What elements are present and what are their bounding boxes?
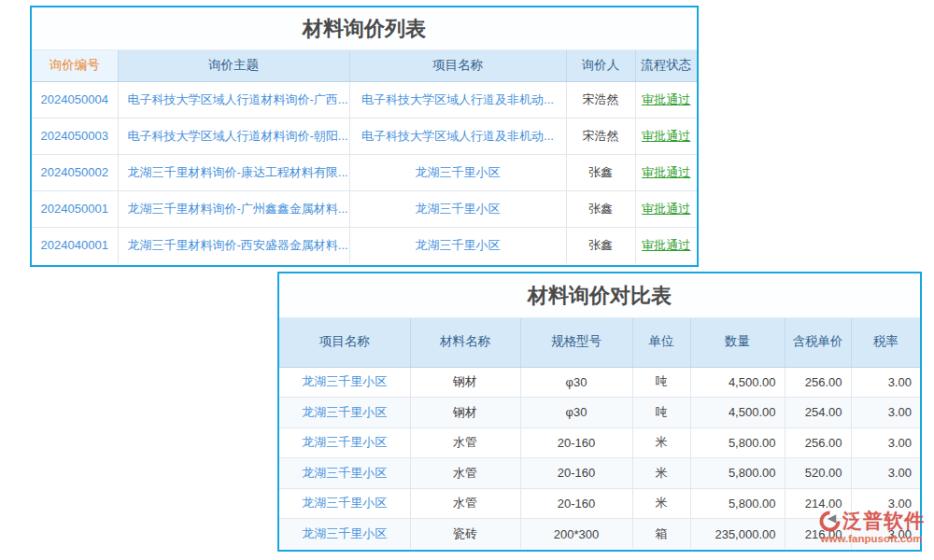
project-name-link[interactable]: 龙湖三千里小区 bbox=[302, 435, 387, 449]
column-header-inquiry-no: 询价编号 bbox=[32, 50, 118, 81]
project-name-link-cell[interactable]: 龙湖三千里小区 bbox=[279, 398, 410, 428]
material-inquiry-comparison-panel: 材料询价对比表 项目名称材料名称规格型号单位数量含税单价税率 龙湖三千里小区钢材… bbox=[277, 272, 922, 552]
table-row: 龙湖三千里小区瓷砖200*300箱235,000.00216.003.00 bbox=[279, 519, 920, 550]
project-name-link[interactable]: 龙湖三千里小区 bbox=[302, 496, 387, 510]
spec-model-cell: 20-160 bbox=[520, 458, 632, 489]
spec-model: φ30 bbox=[566, 375, 587, 389]
process-status-link-cell[interactable]: 审批通过 bbox=[635, 190, 697, 227]
tax-rate-cell: 3.00 bbox=[851, 519, 920, 550]
process-status-link[interactable]: 审批通过 bbox=[642, 238, 690, 252]
spec-model-cell: 200*300 bbox=[520, 519, 632, 550]
project-name-link-cell[interactable]: 龙湖三千里小区 bbox=[349, 190, 566, 227]
inquiry-subject-link[interactable]: 电子科技大学区域人行道材料询价-广西... bbox=[128, 92, 348, 106]
inquirer-name-cell: 张鑫 bbox=[566, 227, 635, 263]
inquiry-subject-link[interactable]: 龙湖三千里材料询价-康达工程材料有限... bbox=[128, 165, 348, 179]
tax-rate: 3.00 bbox=[888, 436, 912, 450]
inquiry-no-link[interactable]: 2024050001 bbox=[41, 202, 108, 216]
column-header-spec-model: 规格型号 bbox=[520, 318, 632, 367]
column-header-project-name: 项目名称 bbox=[279, 318, 410, 367]
tax-incl-price-cell: 256.00 bbox=[785, 367, 851, 398]
project-name-link[interactable]: 龙湖三千里小区 bbox=[302, 526, 387, 540]
column-header-tax-incl-price: 含税单价 bbox=[785, 318, 851, 367]
unit-cell: 米 bbox=[632, 488, 690, 519]
tax-rate-cell: 3.00 bbox=[851, 427, 920, 458]
material-name-cell: 水管 bbox=[410, 458, 520, 489]
material-name-cell: 瓷砖 bbox=[410, 519, 520, 550]
inquiry-no-link-cell[interactable]: 2024040001 bbox=[32, 227, 118, 263]
inquiry-subject-link-cell[interactable]: 电子科技大学区域人行道材料询价-广西... bbox=[118, 81, 349, 118]
project-name-link-cell[interactable]: 龙湖三千里小区 bbox=[349, 227, 566, 263]
project-name-link[interactable]: 龙湖三千里小区 bbox=[302, 374, 387, 388]
process-status-link-cell[interactable]: 审批通过 bbox=[635, 227, 697, 263]
project-name-link-cell[interactable]: 龙湖三千里小区 bbox=[279, 427, 410, 458]
inquiry-no-link-cell[interactable]: 2024050004 bbox=[32, 81, 118, 118]
quantity: 4,500.00 bbox=[729, 405, 776, 419]
inquiry-no-link-cell[interactable]: 2024050003 bbox=[32, 118, 118, 154]
inquirer-name: 张鑫 bbox=[588, 165, 613, 179]
project-name-link-cell[interactable]: 龙湖三千里小区 bbox=[279, 458, 410, 489]
inquiry-no-link-cell[interactable]: 2024050002 bbox=[32, 154, 118, 190]
column-header-quantity: 数量 bbox=[690, 318, 785, 367]
inquiry-subject-link-cell[interactable]: 龙湖三千里材料询价-康达工程材料有限... bbox=[118, 154, 349, 190]
column-header-unit: 单位 bbox=[632, 318, 690, 367]
project-name-link[interactable]: 电子科技大学区域人行道及非机动... bbox=[361, 129, 554, 143]
table-row: 2024050002龙湖三千里材料询价-康达工程材料有限...龙湖三千里小区张鑫… bbox=[32, 154, 697, 190]
inquiry-subject-link-cell[interactable]: 龙湖三千里材料询价-广州鑫鑫金属材料... bbox=[118, 190, 349, 227]
inquiry-subject-link-cell[interactable]: 龙湖三千里材料询价-西安盛器金属材料... bbox=[118, 227, 349, 263]
project-name-link-cell[interactable]: 龙湖三千里小区 bbox=[279, 488, 410, 519]
project-name-link[interactable]: 龙湖三千里小区 bbox=[416, 202, 501, 216]
project-name-link-cell[interactable]: 龙湖三千里小区 bbox=[279, 367, 410, 398]
quantity: 5,800.00 bbox=[729, 466, 776, 480]
tax-incl-price: 256.00 bbox=[805, 436, 842, 450]
unit-cell: 米 bbox=[632, 427, 690, 458]
project-name-link-cell[interactable]: 电子科技大学区域人行道及非机动... bbox=[349, 118, 566, 154]
project-name-link[interactable]: 电子科技大学区域人行道及非机动... bbox=[361, 92, 554, 106]
project-name-link[interactable]: 龙湖三千里小区 bbox=[302, 405, 387, 419]
project-name-link-cell[interactable]: 龙湖三千里小区 bbox=[279, 519, 410, 550]
process-status-link-cell[interactable]: 审批通过 bbox=[635, 81, 697, 118]
tax-rate: 3.00 bbox=[888, 375, 912, 389]
process-status-link[interactable]: 审批通过 bbox=[642, 129, 690, 143]
material-name-cell: 水管 bbox=[410, 488, 520, 519]
project-name-link[interactable]: 龙湖三千里小区 bbox=[416, 238, 501, 252]
table-row: 2024050001龙湖三千里材料询价-广州鑫鑫金属材料...龙湖三千里小区张鑫… bbox=[32, 190, 697, 227]
project-name-link-cell[interactable]: 电子科技大学区域人行道及非机动... bbox=[349, 81, 566, 118]
project-name-link-cell[interactable]: 龙湖三千里小区 bbox=[349, 154, 566, 190]
process-status-link-cell[interactable]: 审批通过 bbox=[635, 154, 697, 190]
spec-model: φ30 bbox=[566, 405, 587, 419]
inquiry-subject-link-cell[interactable]: 电子科技大学区域人行道材料询价-朝阳... bbox=[118, 118, 349, 154]
material-name: 瓷砖 bbox=[453, 526, 477, 540]
table-row: 龙湖三千里小区钢材φ30吨4,500.00254.003.00 bbox=[279, 398, 920, 428]
spec-model: 20-160 bbox=[558, 436, 595, 450]
inquiry-no-link-cell[interactable]: 2024050001 bbox=[32, 190, 118, 227]
inquiry-subject-link[interactable]: 龙湖三千里材料询价-西安盛器金属材料... bbox=[128, 238, 348, 252]
inquirer-name-cell: 宋浩然 bbox=[566, 118, 635, 154]
inquiry-list-table: 询价编号询价主题项目名称询价人流程状态 2024050004电子科技大学区域人行… bbox=[32, 50, 697, 263]
tax-rate-cell: 3.00 bbox=[851, 488, 920, 519]
project-name-link[interactable]: 龙湖三千里小区 bbox=[302, 466, 387, 480]
tax-incl-price-cell: 216.00 bbox=[785, 519, 851, 550]
process-status-link-cell[interactable]: 审批通过 bbox=[635, 118, 697, 154]
unit-cell: 吨 bbox=[632, 367, 690, 398]
unit: 吨 bbox=[656, 405, 668, 419]
comparison-table: 项目名称材料名称规格型号单位数量含税单价税率 龙湖三千里小区钢材φ30吨4,50… bbox=[279, 318, 920, 549]
unit-cell: 米 bbox=[632, 458, 690, 489]
inquiry-subject-link[interactable]: 电子科技大学区域人行道材料询价-朝阳... bbox=[128, 129, 348, 143]
unit: 米 bbox=[656, 435, 668, 449]
column-header-tax-rate: 税率 bbox=[851, 318, 920, 367]
table-row: 2024050003电子科技大学区域人行道材料询价-朝阳...电子科技大学区域人… bbox=[32, 118, 697, 154]
process-status-link[interactable]: 审批通过 bbox=[642, 202, 690, 216]
inquiry-no-link[interactable]: 2024050002 bbox=[41, 165, 108, 179]
inquiry-no-link[interactable]: 2024050003 bbox=[41, 129, 108, 143]
spec-model-cell: 20-160 bbox=[520, 488, 632, 519]
inquiry-subject-link[interactable]: 龙湖三千里材料询价-广州鑫鑫金属材料... bbox=[128, 202, 348, 216]
inquirer-name-cell: 张鑫 bbox=[566, 154, 635, 190]
quantity-cell: 235,000.00 bbox=[690, 519, 785, 550]
inquiry-no-link[interactable]: 2024050004 bbox=[41, 92, 108, 106]
inquiry-no-link[interactable]: 2024040001 bbox=[41, 238, 108, 252]
inquiry-list-title: 材料询价列表 bbox=[32, 7, 697, 50]
tax-incl-price: 216.00 bbox=[805, 527, 842, 541]
process-status-link[interactable]: 审批通过 bbox=[642, 165, 690, 179]
process-status-link[interactable]: 审批通过 bbox=[642, 92, 690, 106]
project-name-link[interactable]: 龙湖三千里小区 bbox=[416, 165, 501, 179]
